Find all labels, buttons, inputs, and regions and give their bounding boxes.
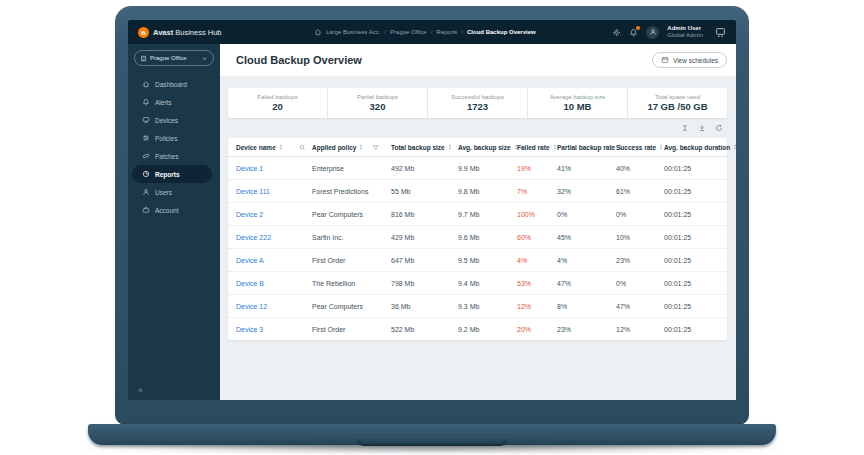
user-menu[interactable]: Admin User Global Admin — [667, 25, 703, 39]
page-title: Cloud Backup Overview — [236, 54, 362, 66]
cell-device[interactable]: Device B — [236, 280, 312, 287]
cell-device[interactable]: Device 2 — [236, 211, 312, 218]
sidebar-item-patches[interactable]: Patches — [132, 147, 212, 165]
sidebar-item-devices[interactable]: Devices — [132, 111, 212, 129]
home-icon — [142, 80, 150, 88]
cell-device[interactable]: Device 3 — [236, 326, 312, 333]
cell-device[interactable]: Device 1 — [236, 165, 312, 172]
stat-item: Partial backups320 — [327, 88, 427, 118]
brand-name: Avast Business Hub — [153, 28, 222, 37]
cell-total: 492 Mb — [391, 165, 458, 172]
cell-partial: 45% — [557, 234, 616, 241]
apps-icon[interactable] — [715, 27, 726, 38]
breadcrumb-link[interactable]: Large Business Acc. — [326, 29, 380, 35]
laptop-base — [88, 424, 776, 445]
cell-policy: Forest Predictions — [312, 188, 391, 195]
view-schedules-button[interactable]: View schedules — [652, 52, 727, 68]
column-label: Device name — [236, 144, 276, 151]
cell-partial: 32% — [557, 188, 616, 195]
column-header-failed[interactable]: Failed rate — [517, 144, 557, 151]
sidebar-item-alerts[interactable]: Alerts — [132, 93, 212, 111]
sidebar-menu: DashboardAlertsDevicesPoliciesPatchesRep… — [128, 75, 220, 219]
bell-icon — [142, 98, 150, 106]
cell-duration: 00:01:25 — [664, 257, 727, 264]
sort-icon — [278, 144, 284, 150]
cell-policy: Sarfin Inc. — [312, 234, 391, 241]
cell-success: 12% — [616, 326, 664, 333]
sidebar-item-policies[interactable]: Policies — [132, 129, 212, 147]
cell-failed: 100% — [517, 211, 557, 218]
filter-icon[interactable] — [372, 144, 379, 151]
column-header-partial[interactable]: Partial backup rate — [557, 144, 616, 151]
fit-columns-icon[interactable] — [681, 124, 689, 132]
sort-icon — [358, 144, 364, 150]
refresh-icon[interactable] — [715, 124, 723, 132]
brand: a Avast Business Hub — [138, 27, 234, 38]
person-icon — [142, 188, 150, 196]
cell-device[interactable]: Device 222 — [236, 234, 312, 241]
pie-icon — [142, 170, 150, 178]
cell-policy: Enterprise — [312, 165, 391, 172]
cell-device[interactable]: Device 111 — [236, 188, 312, 195]
sidebar-item-label: Devices — [155, 117, 178, 124]
column-header-device[interactable]: Device name — [236, 144, 312, 151]
column-label: Applied policy — [312, 144, 356, 151]
settings-icon[interactable] — [612, 28, 621, 37]
column-header-duration[interactable]: Avg. backup duration — [664, 144, 736, 151]
cell-avg: 9.5 Mb — [458, 257, 517, 264]
sidebar-item-label: Users — [155, 189, 172, 196]
table-row: Device AFirst Order647 Mb9.5 Mb4%4%23%00… — [228, 248, 727, 271]
column-header-total[interactable]: Total backup size — [391, 144, 458, 151]
cell-partial: 8% — [557, 303, 616, 310]
notifications-icon[interactable] — [629, 28, 638, 37]
cell-failed: 20% — [517, 326, 557, 333]
stat-item: Total space used17 GB /50 GB — [627, 88, 727, 118]
stat-value: 20 — [272, 101, 283, 112]
monitor-icon — [142, 116, 150, 124]
column-header-policy[interactable]: Applied policy — [312, 144, 391, 151]
cell-partial: 0% — [557, 211, 616, 218]
sidebar-item-account[interactable]: Account — [132, 201, 212, 219]
column-label: Total backup size — [391, 144, 445, 151]
sidebar-item-dashboard[interactable]: Dashboard — [132, 75, 212, 93]
cell-policy: Pear Computers — [312, 211, 391, 218]
cell-policy: The Rebellion — [312, 280, 391, 287]
cell-partial: 41% — [557, 165, 616, 172]
laptop-shadow — [70, 443, 794, 453]
stat-value: 17 GB /50 GB — [647, 101, 707, 112]
cell-partial: 23% — [557, 326, 616, 333]
breadcrumb-link[interactable]: Prague Office — [390, 29, 427, 35]
stat-label: Partial backups — [357, 94, 398, 100]
cell-device[interactable]: Device A — [236, 257, 312, 264]
column-header-avg[interactable]: Avg. backup size — [458, 144, 517, 151]
column-header-success[interactable]: Success rate — [616, 144, 664, 151]
sidebar-item-label: Patches — [155, 153, 179, 160]
sidebar-item-label: Account — [155, 207, 179, 214]
stat-label: Average backup size — [550, 94, 606, 100]
org-selector[interactable]: Prague Office — [134, 50, 214, 66]
cell-avg: 9.6 Mb — [458, 234, 517, 241]
cell-total: 36 Mb — [391, 303, 458, 310]
stat-item: Successful backups1723 — [427, 88, 527, 118]
breadcrumb-link[interactable]: Reports — [436, 29, 457, 35]
cell-device[interactable]: Device 12 — [236, 303, 312, 310]
table-body: Device 1Enterprise492 Mb9.9 Mb19%41%40%0… — [228, 157, 727, 340]
page-header: Cloud Backup Overview View schedules — [220, 44, 736, 76]
table-row: Device 3First Order522 Mb9.2 Mb20%23%12%… — [228, 317, 727, 340]
building-icon — [140, 55, 147, 62]
avatar[interactable] — [646, 26, 659, 39]
table-row: Device 1Enterprise492 Mb9.9 Mb19%41%40%0… — [228, 157, 727, 179]
sidebar-item-reports[interactable]: Reports — [132, 165, 212, 183]
sliders-icon — [142, 134, 150, 142]
download-icon[interactable] — [698, 124, 706, 132]
cell-success: 61% — [616, 188, 664, 195]
sidebar-item-users[interactable]: Users — [132, 183, 212, 201]
cell-success: 47% — [616, 303, 664, 310]
search-icon[interactable] — [299, 144, 306, 151]
sidebar-collapse-button[interactable]: « — [138, 386, 143, 395]
table-row: Device 111Forest Predictions55 Mb9.8 Mb7… — [228, 179, 727, 202]
cell-total: 522 Mb — [391, 326, 458, 333]
breadcrumb: Large Business Acc./Prague Office/Report… — [314, 28, 536, 36]
table-row: Device BThe Rebellion798 Mb9.4 Mb53%47%0… — [228, 271, 727, 294]
top-actions: Admin User Global Admin — [612, 25, 726, 39]
